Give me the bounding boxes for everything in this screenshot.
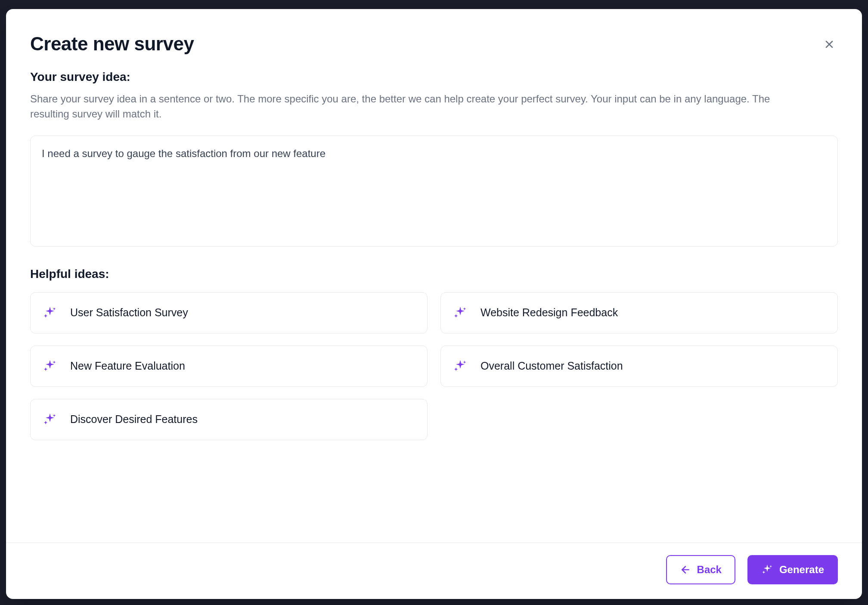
- sparkle-icon: [43, 359, 57, 373]
- generate-button[interactable]: Generate: [747, 555, 838, 584]
- idea-card-label: Overall Customer Satisfaction: [480, 360, 623, 372]
- helpful-ideas-grid: User Satisfaction Survey Website Redesig…: [30, 292, 838, 440]
- idea-card-discover-features[interactable]: Discover Desired Features: [30, 399, 428, 440]
- generate-button-label: Generate: [779, 565, 824, 575]
- sparkle-icon: [43, 412, 57, 427]
- survey-idea-input[interactable]: [30, 136, 838, 247]
- idea-card-label: User Satisfaction Survey: [70, 306, 188, 319]
- sparkle-icon: [43, 306, 57, 320]
- idea-card-label: Discover Desired Features: [70, 413, 198, 426]
- idea-section-label: Your survey idea:: [30, 70, 838, 84]
- modal-body: Create new survey Your survey idea: Shar…: [6, 9, 862, 543]
- sparkle-icon: [453, 359, 468, 373]
- idea-card-overall-satisfaction[interactable]: Overall Customer Satisfaction: [440, 346, 838, 387]
- helpful-section-label: Helpful ideas:: [30, 267, 838, 281]
- idea-card-user-satisfaction[interactable]: User Satisfaction Survey: [30, 292, 428, 333]
- close-icon: [823, 38, 835, 50]
- idea-card-label: New Feature Evaluation: [70, 360, 185, 372]
- sparkle-icon: [453, 306, 468, 320]
- modal-footer: Back Generate: [6, 543, 862, 599]
- sparkle-icon: [761, 564, 773, 576]
- modal-title: Create new survey: [30, 33, 194, 55]
- idea-card-new-feature-eval[interactable]: New Feature Evaluation: [30, 346, 428, 387]
- idea-card-website-redesign[interactable]: Website Redesign Feedback: [440, 292, 838, 333]
- idea-section-hint: Share your survey idea in a sentence or …: [30, 92, 797, 122]
- arrow-left-icon: [680, 564, 691, 575]
- idea-card-label: Website Redesign Feedback: [480, 306, 618, 319]
- modal-header: Create new survey: [30, 33, 838, 55]
- back-button-label: Back: [697, 565, 722, 575]
- back-button[interactable]: Back: [666, 555, 735, 584]
- create-survey-modal: Create new survey Your survey idea: Shar…: [6, 9, 862, 599]
- close-button[interactable]: [821, 36, 838, 53]
